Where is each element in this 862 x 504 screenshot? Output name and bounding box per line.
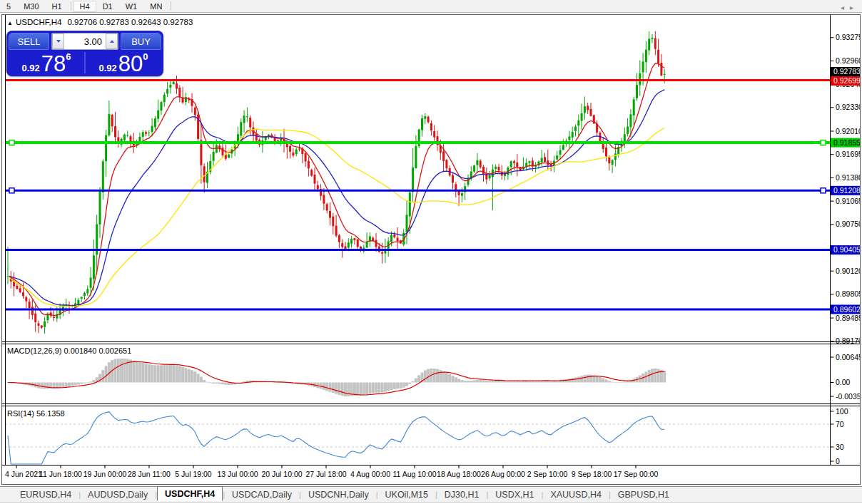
buy-button[interactable]: BUY: [121, 33, 161, 50]
date-tick-label: 5 Jul 19:00: [175, 470, 212, 478]
rsi-pane: [5, 412, 831, 464]
chart-canvas[interactable]: 0.932750.929600.926450.923300.920100.916…: [2, 15, 860, 484]
rsi-axis-label: 70: [836, 420, 844, 428]
level-handle[interactable]: [821, 188, 826, 193]
date-tick-label: 4 Aug 00:00: [350, 470, 390, 478]
date-tick-label: 20 Jul 10:00: [261, 470, 302, 478]
level-handle[interactable]: [9, 188, 14, 193]
buy-price[interactable]: 0.92 80 0: [86, 51, 161, 75]
chart-window[interactable]: 0.932750.929600.926450.923300.920100.916…: [1, 14, 861, 485]
date-axis: 4 Jun 202111 Jun 18:0019 Jun 00:0028 Jun…: [5, 466, 658, 478]
date-tick-label: 27 Jul 18:00: [305, 470, 346, 478]
rsi-axis-label: 30: [836, 443, 844, 451]
chart-tab-bar: EURUSD,H4|AUDUSD,Daily|USDCHF,H4|USDCAD,…: [0, 486, 862, 503]
price-tick-label: 0.91695: [836, 150, 860, 158]
date-tick-label: 11 Aug 10:00: [392, 470, 436, 478]
price-tick-label: 0.89805: [836, 289, 860, 298]
timeframe-button-h1[interactable]: H1: [46, 1, 69, 12]
sell-button[interactable]: SELL: [9, 33, 49, 50]
chart-tab-xauusd-h4[interactable]: XAUUSD,H4: [543, 488, 609, 501]
date-tick-label: 11 Jun 18:00: [39, 470, 82, 478]
price-tick-label: 0.92330: [836, 103, 860, 111]
chart-tab-usdchf-h4[interactable]: USDCHF,H4: [157, 486, 223, 501]
scroll-right-icon[interactable]: ▸: [850, 4, 859, 11]
buy-price-digits: 80: [118, 53, 143, 74]
toolbar-separator: [71, 1, 71, 11]
date-tick-label: 28 Jun 11:00: [128, 470, 171, 478]
price-axis: 0.932750.929600.926450.923300.920100.916…: [831, 33, 861, 345]
date-tick-label: 26 Aug 00:00: [481, 470, 525, 478]
buy-price-pip: 0: [143, 51, 148, 62]
volume-increase-button[interactable]: [106, 34, 118, 49]
price-tick-label: 0.90750: [836, 220, 860, 228]
chart-tab-dj30-h1[interactable]: DJ30,H1: [437, 488, 487, 501]
price-box-label: 0.92783: [833, 67, 860, 76]
chart-tab-gbpusd-h1[interactable]: GBPUSD,H1: [611, 488, 676, 501]
price-box-label: 0.90405: [833, 245, 860, 254]
date-tick-label: 17 Sep 00:00: [614, 470, 659, 478]
timeframe-button-mn[interactable]: MN: [143, 1, 168, 12]
price-tick-label: 0.91380: [836, 173, 860, 182]
price-tick-label: 0.93275: [836, 33, 860, 41]
price-tick-label: 0.92960: [836, 56, 860, 65]
level-handle[interactable]: [9, 140, 14, 145]
scroll-left-icon[interactable]: ◂: [841, 4, 850, 11]
volume-decrease-button[interactable]: [52, 34, 64, 49]
chart-tab-usdx-h1[interactable]: USDX,H1: [488, 488, 541, 501]
level-handle[interactable]: [821, 140, 826, 145]
sell-price-digits: 78: [41, 53, 66, 74]
price-box-label: 0.91855: [833, 138, 860, 147]
date-tick-label: 18 Aug 18:00: [437, 470, 481, 478]
volume-input[interactable]: [64, 34, 106, 49]
chart-tab-ukoil-m15[interactable]: UKOil,M15: [378, 488, 435, 501]
volume-stepper: [51, 33, 118, 50]
one-click-trading-panel: SELL BUY 0.92 78 6 0.92 80: [6, 31, 163, 76]
price-tick-label: 0.89485: [836, 314, 860, 322]
price-tick-label: 0.89170: [836, 336, 860, 345]
price-box-label: 0.89602: [833, 305, 860, 314]
macd-axis-label: -0.003507: [836, 392, 860, 401]
moving-averages-layer: [8, 63, 664, 316]
ma-line-8: [8, 63, 664, 316]
sell-price-pip: 6: [66, 51, 71, 62]
date-tick-label: 13 Jul 00:00: [217, 470, 258, 478]
chart-tab-audusd-daily[interactable]: AUDUSD,Daily: [81, 488, 155, 501]
sell-price[interactable]: 0.92 78 6: [9, 51, 84, 75]
date-tick-label: 9 Sep 18:00: [572, 470, 612, 478]
timeframe-button-d1[interactable]: D1: [96, 1, 119, 12]
price-box-label: 0.91208: [833, 186, 860, 195]
rsi-axis-label: 100: [836, 407, 848, 416]
macd-axis-label: 0.00: [836, 378, 851, 386]
rsi-line: [8, 412, 664, 464]
tab-scroll-arrows[interactable]: ◂▸: [841, 4, 859, 11]
timeframe-button-5[interactable]: 5: [0, 1, 17, 12]
chart-tab-usdcad-daily[interactable]: USDCAD,Daily: [225, 488, 299, 501]
timeframe-button-h4[interactable]: H4: [73, 1, 96, 12]
price-box-label: 0.92699: [833, 76, 860, 85]
timeframe-button-m30[interactable]: M30: [17, 1, 45, 12]
ma-line-21: [8, 90, 664, 306]
macd-pane: [6, 359, 666, 396]
buy-price-prefix: 0.92: [98, 62, 116, 74]
chart-tab-eurusd-h4[interactable]: EURUSD,H4: [13, 488, 78, 501]
date-tick-label: 2 Sep 10:00: [527, 470, 568, 478]
toolbar-separator: [171, 1, 171, 11]
date-tick-label: 19 Jun 00:00: [83, 470, 127, 478]
timeframe-button-w1[interactable]: W1: [119, 1, 144, 12]
price-tick-label: 0.91065: [836, 197, 860, 205]
triangle-up-icon: [110, 40, 114, 43]
price-tick-label: 0.90120: [836, 267, 860, 275]
rsi-axis-label: 0: [836, 457, 840, 466]
chart-tab-usdcnh-daily[interactable]: USDCNH,Daily: [301, 488, 376, 501]
timeframe-toolbar: 5M30H1H4D1W1MN: [0, 0, 862, 13]
macd-axis-label: 0.006451: [836, 353, 860, 361]
triangle-down-icon: [56, 40, 61, 43]
pane-borders: [2, 15, 860, 466]
price-tick-label: 0.92010: [836, 127, 860, 135]
sell-price-prefix: 0.92: [21, 62, 39, 74]
indicator-axes: 0.0064510.00-0.00350710070300: [831, 353, 861, 466]
date-tick-label: 4 Jun 2021: [5, 470, 42, 478]
